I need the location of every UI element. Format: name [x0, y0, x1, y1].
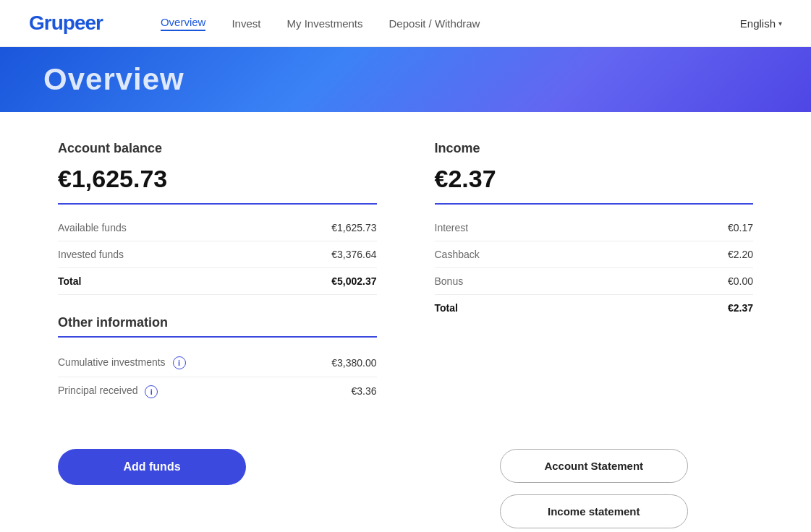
account-statement-button[interactable]: Account Statement	[500, 449, 688, 483]
right-column: Income €2.37 Interest €0.17 Cashback €2.…	[435, 141, 754, 406]
principal-received-value: €3.36	[351, 385, 376, 397]
available-funds-label: Available funds	[58, 222, 127, 233]
nav-invest[interactable]: Invest	[232, 17, 260, 30]
balance-total-row: Total €5,002.37	[58, 268, 377, 295]
available-funds-value: €1,625.73	[331, 222, 376, 233]
right-buttons-area: Account Statement Income statement	[435, 449, 754, 528]
income-title: Income	[435, 141, 754, 156]
bonus-label: Bonus	[435, 275, 464, 287]
available-funds-row: Available funds €1,625.73	[58, 215, 377, 241]
chevron-down-icon: ▾	[778, 20, 782, 27]
account-balance-title: Account balance	[58, 141, 377, 156]
interest-row: Interest €0.17	[435, 215, 754, 241]
language-label: English	[740, 17, 776, 30]
account-balance-amount: €1,625.73	[58, 165, 377, 205]
cumulative-info-icon[interactable]: i	[173, 356, 186, 369]
income-total-row: Total €2.37	[435, 295, 754, 321]
cumulative-investments-row: Cumulative investments i €3,380.00	[58, 349, 377, 377]
income-total-label: Total	[435, 302, 458, 314]
principal-received-row: Principal received i €3.36	[58, 377, 377, 405]
nav: Overview Invest My Investments Deposit /…	[161, 16, 740, 31]
other-info-divider	[58, 336, 377, 338]
left-button-area: Add funds	[58, 449, 377, 485]
header: Grupeer Overview Invest My Investments D…	[0, 0, 811, 47]
income-total-value: €2.37	[728, 302, 753, 314]
cashback-value: €2.20	[728, 249, 753, 260]
cumulative-investments-value: €3,380.00	[331, 357, 376, 369]
add-funds-button[interactable]: Add funds	[58, 449, 246, 485]
other-info-title: Other information	[58, 315, 377, 330]
cashback-row: Cashback €2.20	[435, 241, 754, 268]
interest-value: €0.17	[728, 222, 753, 233]
principal-info-icon[interactable]: i	[145, 385, 158, 398]
balance-total-label: Total	[58, 275, 81, 287]
hero-title: Overview	[43, 62, 184, 97]
hero-banner: Overview	[0, 47, 811, 112]
invested-funds-row: Invested funds €3,376.64	[58, 241, 377, 268]
cumulative-investments-label: Cumulative investments i	[58, 356, 186, 369]
language-selector[interactable]: English ▾	[740, 17, 782, 30]
cashback-label: Cashback	[435, 249, 480, 260]
principal-received-label: Principal received i	[58, 385, 158, 398]
bonus-row: Bonus €0.00	[435, 268, 754, 295]
interest-label: Interest	[435, 222, 469, 233]
income-amount: €2.37	[435, 165, 754, 205]
bonus-value: €0.00	[728, 275, 753, 287]
balance-total-value: €5,002.37	[331, 275, 376, 287]
nav-my-investments[interactable]: My Investments	[286, 17, 362, 30]
left-column: Account balance €1,625.73 Available fund…	[58, 141, 377, 406]
invested-funds-label: Invested funds	[58, 249, 124, 260]
income-statement-button[interactable]: Income statement	[500, 494, 688, 528]
nav-deposit-withdraw[interactable]: Deposit / Withdraw	[389, 17, 480, 30]
buttons-area: Add funds Account Statement Income state…	[0, 434, 811, 532]
logo: Grupeer	[29, 12, 103, 35]
invested-funds-value: €3,376.64	[331, 249, 376, 260]
nav-overview[interactable]: Overview	[161, 16, 206, 31]
main-content: Account balance €1,625.73 Available fund…	[0, 112, 811, 434]
